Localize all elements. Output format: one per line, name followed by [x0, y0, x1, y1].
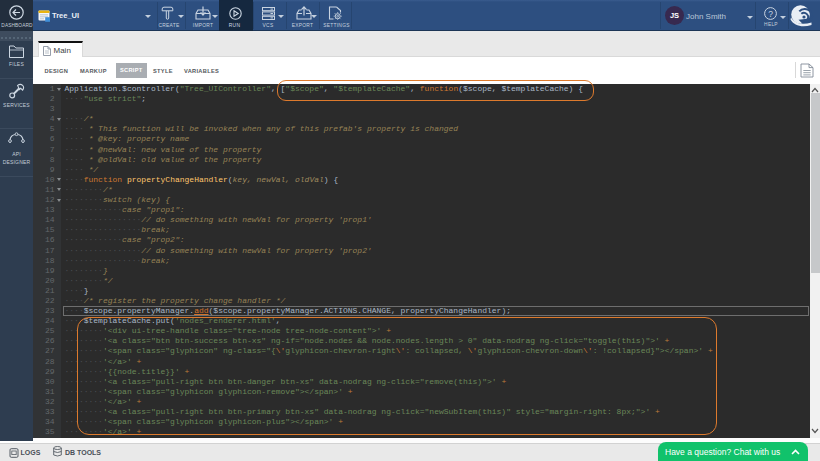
- svg-text:?: ?: [768, 9, 773, 19]
